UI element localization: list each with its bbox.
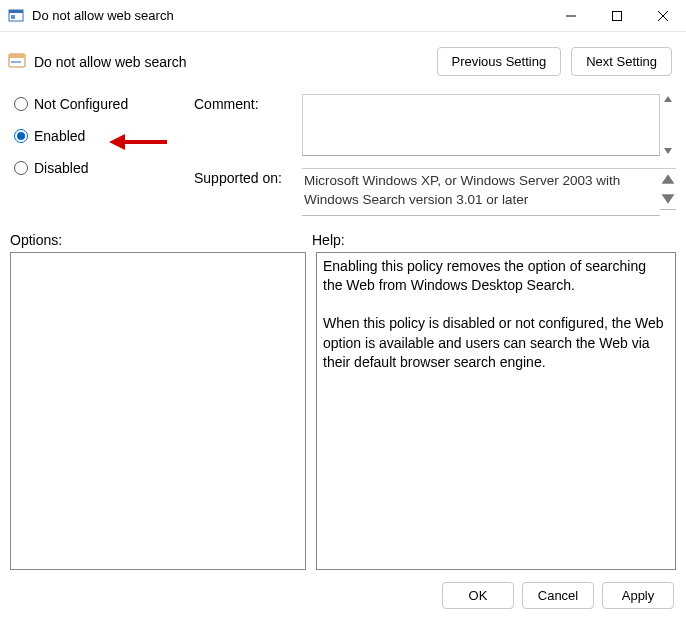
scroll-up-icon (660, 171, 676, 187)
cancel-button[interactable]: Cancel (522, 582, 594, 609)
svg-rect-8 (9, 54, 25, 58)
scroll-down-icon (663, 146, 673, 156)
radio-icon (14, 97, 28, 111)
svg-rect-1 (9, 10, 23, 13)
subtitle-row: Do not allow web search Previous Setting… (0, 32, 686, 82)
app-icon (8, 8, 24, 24)
svg-marker-14 (662, 174, 675, 184)
help-paragraph: Enabling this policy removes the option … (323, 257, 669, 296)
comment-scrollbar[interactable] (660, 94, 676, 156)
maximize-button[interactable] (594, 1, 640, 31)
radio-disabled[interactable]: Disabled (14, 160, 194, 176)
minimize-button[interactable] (548, 1, 594, 31)
apply-button[interactable]: Apply (602, 582, 674, 609)
options-panel (10, 252, 306, 570)
radio-icon (14, 129, 28, 143)
radio-not-configured[interactable]: Not Configured (14, 96, 194, 112)
previous-setting-button[interactable]: Previous Setting (437, 47, 562, 76)
titlebar: Do not allow web search (0, 0, 686, 32)
policy-title: Do not allow web search (34, 54, 437, 70)
options-label: Options: (10, 232, 312, 248)
policy-icon (8, 53, 26, 71)
radio-enabled[interactable]: Enabled (14, 128, 194, 144)
radio-label: Enabled (34, 128, 85, 144)
supported-on-label: Supported on: (194, 168, 302, 186)
help-panel: Enabling this policy removes the option … (316, 252, 676, 570)
comment-label: Comment: (194, 94, 302, 112)
ok-button[interactable]: OK (442, 582, 514, 609)
svg-rect-9 (11, 61, 21, 63)
svg-rect-2 (11, 15, 15, 19)
radio-icon (14, 161, 28, 175)
close-button[interactable] (640, 1, 686, 31)
svg-marker-12 (664, 96, 672, 102)
scroll-down-icon (660, 191, 676, 207)
help-paragraph: When this policy is disabled or not conf… (323, 314, 669, 373)
svg-marker-15 (662, 194, 675, 204)
scroll-up-icon (663, 94, 673, 104)
supported-on-text: Microsoft Windows XP, or Windows Server … (302, 168, 660, 216)
radio-label: Not Configured (34, 96, 128, 112)
svg-rect-4 (613, 11, 622, 20)
comment-textarea[interactable] (302, 94, 660, 156)
radio-label: Disabled (34, 160, 88, 176)
state-radio-group: Not Configured Enabled Disabled (14, 94, 194, 216)
help-label: Help: (312, 232, 676, 248)
window-title: Do not allow web search (32, 8, 548, 23)
svg-marker-13 (664, 148, 672, 154)
next-setting-button[interactable]: Next Setting (571, 47, 672, 76)
supported-scrollbar[interactable] (660, 168, 676, 210)
dialog-footer: OK Cancel Apply (0, 570, 686, 609)
